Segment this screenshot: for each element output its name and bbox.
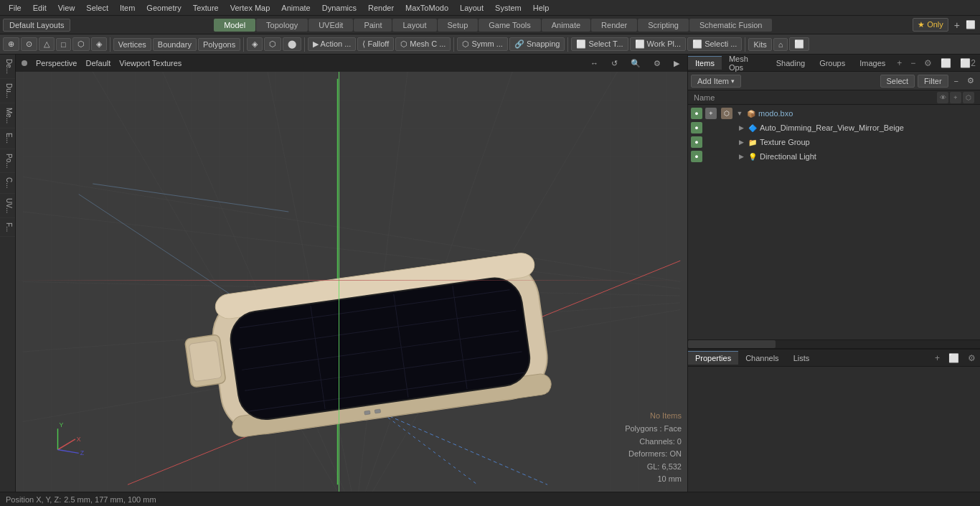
mode-tab-setup[interactable]: Setup (438, 19, 479, 32)
add-item-button[interactable]: Add Item ▾ (691, 75, 741, 88)
props-tab-icon-1[interactable]: ⬜ (944, 351, 963, 365)
mode-tab-schematic-fusion[interactable]: Schematic Fusion (689, 19, 772, 32)
items-tab-icon-1[interactable]: − (906, 56, 920, 70)
expand-auto-dimming[interactable]: ▶ (737, 123, 745, 132)
toolbar-btn-dot[interactable]: ⬤ (283, 37, 301, 51)
vis-modo-bxo[interactable]: ● (691, 108, 702, 119)
item-row-modo-bxo[interactable]: ● + ⬡ ▼ 📦 modo.bxo (688, 106, 980, 121)
toolbar-btn-boundary[interactable]: Boundary (153, 38, 197, 51)
sidebar-tab-poly-tab[interactable]: Po... (0, 149, 15, 174)
toolbar-btn-world[interactable]: ⊙ (21, 37, 37, 51)
props-tab-icon-0[interactable]: + (930, 351, 944, 365)
menu-item-geometry[interactable]: Geometry (141, 2, 187, 14)
menu-item-texture[interactable]: Texture (187, 2, 225, 14)
items-tab-shading[interactable]: Shading (769, 57, 812, 70)
menu-item-item[interactable]: Item (114, 2, 141, 14)
toolbar-btn-sel[interactable]: □ (56, 38, 71, 51)
toolbar-btn-symm[interactable]: ⬡ Symm ... (457, 37, 507, 51)
mode-tab-animate[interactable]: Animate (542, 19, 590, 32)
toolbar-btn-home[interactable]: ⌂ (773, 38, 788, 51)
toolbar-btn-star[interactable]: ◈ (91, 37, 107, 51)
toolbar-btn-origin[interactable]: ⊕ (3, 37, 19, 51)
col-eye-icon[interactable]: 👁 (937, 92, 948, 103)
props-tab-lists[interactable]: Lists (786, 352, 817, 365)
menu-item-maxtomodo[interactable]: MaxToModo (400, 2, 454, 14)
toolbar-btn-tri[interactable]: △ (39, 37, 55, 51)
star-only-btn[interactable]: ★ Only (913, 18, 948, 32)
menu-item-edit[interactable]: Edit (27, 2, 52, 14)
viewport-shading-label[interactable]: Default (85, 59, 110, 67)
toolbar-btn-mesh-t[interactable]: ⬡ (264, 37, 281, 51)
vp-ctrl-rotate[interactable]: ↺ (609, 59, 620, 68)
toolbar-btn-hex[interactable]: ⬡ (72, 37, 90, 51)
vp-ctrl-settings[interactable]: ⚙ (651, 59, 663, 68)
items-scrollbar[interactable] (688, 339, 980, 348)
mode-tab-topology[interactable]: Topology (256, 19, 308, 32)
items-tab-mesh-ops[interactable]: Mesh Ops (722, 52, 769, 74)
toolbar-btn-vertices[interactable]: Vertices (113, 38, 151, 51)
col-plus-icon[interactable]: + (950, 92, 961, 103)
items-toolbar-settings[interactable]: ⚙ (964, 76, 977, 85)
toolbar-btn-comp[interactable]: ◈ (247, 37, 263, 51)
vis-texture-group[interactable]: ● (691, 136, 702, 148)
item-row-dir-light[interactable]: ● ▶ 💡 Directional Light (688, 149, 980, 164)
menu-item-dynamics[interactable]: Dynamics (316, 2, 362, 14)
menu-item-system[interactable]: System (489, 2, 527, 14)
toolbar-btn-action[interactable]: ▶ Action ... (308, 37, 356, 51)
sidebar-tab-uv-tab[interactable]: UV... (0, 194, 15, 218)
props-tab-properties[interactable]: Properties (688, 351, 738, 365)
expand-modo-bxo[interactable]: ▼ (735, 109, 744, 118)
sidebar-tab-default-tab[interactable]: De... (0, 55, 15, 79)
menu-item-render[interactable]: Render (362, 2, 400, 14)
menu-item-animate[interactable]: Animate (275, 2, 316, 14)
vis3-modo-bxo[interactable]: ⬡ (721, 108, 732, 119)
item-row-texture-group[interactable]: ● ▶ 📁 Texture Group (688, 135, 980, 149)
menu-item-view[interactable]: View (52, 2, 81, 14)
expand-texture-group[interactable]: ▶ (737, 138, 745, 146)
items-tab-images[interactable]: Images (852, 57, 892, 70)
mode-tab-render[interactable]: Render (591, 19, 637, 32)
mode-tab-paint[interactable]: Paint (354, 19, 392, 32)
sidebar-tab-edit-tab[interactable]: E... (0, 128, 15, 149)
mode-tab-layout[interactable]: Layout (392, 19, 436, 32)
toolbar-btn-falloff[interactable]: ⟨ Falloff (357, 37, 394, 51)
menu-item-vertex-map[interactable]: Vertex Map (225, 2, 276, 14)
expand-dir-light[interactable]: ▶ (737, 152, 745, 161)
vp-ctrl-zoom[interactable]: 🔍 (628, 59, 643, 68)
item-row-auto-dimming[interactable]: ● ▶ 🔷 Auto_Dimming_Rear_View_Mirror_Beig… (688, 121, 980, 135)
toolbar-btn-snapping[interactable]: 🔗 Snapping (509, 37, 565, 51)
items-tab-items[interactable]: Items (688, 56, 722, 70)
toolbar-btn-work-pl[interactable]: ⬜ Work Pl... (630, 37, 687, 51)
col-mesh-icon[interactable]: ⬡ (963, 92, 974, 103)
mode-tab-game-tools[interactable]: Game Tools (479, 19, 541, 32)
sidebar-tab-mesh-tab[interactable]: Me... (0, 103, 15, 128)
viewport-mode-label[interactable]: Perspective (36, 59, 77, 67)
vis2-modo-bxo[interactable]: + (705, 108, 717, 119)
toolbar-btn-mesh-c[interactable]: ⬡ Mesh C ... (395, 37, 451, 51)
sidebar-tab-f-tab[interactable]: F... (0, 218, 15, 237)
props-tab-channels[interactable]: Channels (738, 352, 786, 365)
layout-dropdown[interactable]: Default Layouts (3, 19, 70, 32)
toolbar-btn-view-layout[interactable]: ⬜ (789, 37, 809, 51)
vis-auto-dimming[interactable]: ● (691, 122, 702, 133)
toolbar-btn-polygons[interactable]: Polygons (198, 38, 240, 51)
filter-button[interactable]: Filter (918, 75, 948, 88)
add-layout-btn[interactable]: + (951, 19, 963, 31)
mode-tab-uvedit[interactable]: UVEdit (308, 19, 353, 32)
mode-tab-model[interactable]: Model (214, 19, 255, 32)
vp-ctrl-pan[interactable]: ↔ (588, 59, 600, 67)
viewport-texture-label[interactable]: Viewport Textures (119, 59, 182, 67)
sidebar-tab-dup-tab[interactable]: Du... (0, 79, 15, 103)
menu-item-file[interactable]: File (3, 2, 27, 14)
props-tab-icon-2[interactable]: ⚙ (963, 351, 980, 365)
items-tab-groups[interactable]: Groups (812, 57, 852, 70)
items-tab-icon-0[interactable]: + (892, 56, 906, 70)
items-toolbar-minus[interactable]: − (951, 77, 961, 85)
select-button[interactable]: Select (880, 75, 915, 88)
items-tab-icon-4[interactable]: ⬜2 (956, 56, 980, 70)
sidebar-tab-c-tab[interactable]: C... (0, 173, 15, 194)
vis-dir-light[interactable]: ● (691, 151, 702, 162)
items-tab-icon-2[interactable]: ⚙ (920, 56, 936, 70)
menu-item-help[interactable]: Help (527, 2, 555, 14)
toolbar-btn-kits[interactable]: Kits (748, 38, 771, 51)
